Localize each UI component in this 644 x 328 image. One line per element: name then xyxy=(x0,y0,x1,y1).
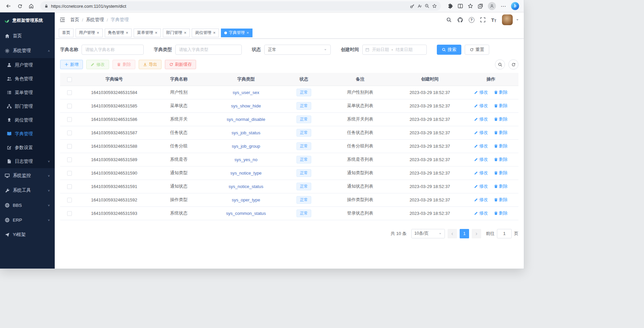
row-checkbox[interactable] xyxy=(67,184,72,189)
table-row[interactable]: 1641030593246531587 任务状态 sys_job_status … xyxy=(60,126,518,139)
bing-chat-button[interactable]: b xyxy=(511,2,519,10)
search-button[interactable]: 搜索 xyxy=(437,45,461,55)
row-checkbox[interactable] xyxy=(67,131,72,135)
table-row[interactable]: 1641030593246531591 通知状态 sys_notice_stat… xyxy=(60,180,518,193)
row-edit-button[interactable]: 修改 xyxy=(474,156,488,162)
dict-type-input[interactable] xyxy=(175,45,242,55)
add-favorite-button[interactable] xyxy=(432,4,437,8)
table-row[interactable]: 1641030593246531586 系统开关 sys_normal_disa… xyxy=(60,112,518,126)
table-row[interactable]: 1641030593246531590 通知类型 sys_notice_type… xyxy=(60,166,518,180)
next-page-button[interactable]: › xyxy=(472,229,481,238)
site-security-icon[interactable] xyxy=(44,4,48,8)
view-tab[interactable]: 岗位管理 × xyxy=(192,29,219,37)
tab-close-icon[interactable]: × xyxy=(155,31,157,35)
password-key-button[interactable] xyxy=(410,4,415,8)
row-checkbox[interactable] xyxy=(67,104,72,108)
row-edit-button[interactable]: 修改 xyxy=(474,116,488,122)
end-date-input[interactable] xyxy=(394,47,414,52)
back-button[interactable] xyxy=(3,1,13,11)
sidebar-item[interactable]: 系统工具 ∨ xyxy=(0,183,55,198)
address-bar[interactable]: https://ccnetcore.com:1101/system/dict xyxy=(40,1,441,11)
start-date-input[interactable] xyxy=(371,47,390,52)
select-all-checkbox[interactable] xyxy=(67,77,72,82)
refresh-cache-button[interactable]: 刷新缓存 xyxy=(165,60,196,69)
help-button[interactable]: ? xyxy=(469,17,474,23)
table-row[interactable]: 1641030593246531592 操作类型 sys_oper_type 正… xyxy=(60,193,518,206)
row-delete-button[interactable]: 删除 xyxy=(494,143,508,149)
row-delete-button[interactable]: 删除 xyxy=(494,197,508,203)
edit-button[interactable]: 修改 xyxy=(86,60,109,69)
row-edit-button[interactable]: 修改 xyxy=(474,197,488,203)
refresh-table-button[interactable] xyxy=(508,59,518,69)
row-checkbox[interactable] xyxy=(67,90,72,95)
sidebar-item[interactable]: ERP ∨ xyxy=(0,213,55,227)
tab-close-icon[interactable]: × xyxy=(184,31,187,35)
toggle-search-button[interactable] xyxy=(495,59,505,69)
app-logo[interactable]: 意框架管理系统 xyxy=(0,12,55,29)
sidebar-item[interactable]: 菜单管理 xyxy=(0,86,55,99)
breadcrumb-item[interactable]: 字典管理 xyxy=(111,17,129,23)
header-search-button[interactable] xyxy=(446,17,452,22)
table-row[interactable]: 1641030593246531584 用户性别 sys_user_sex 正常… xyxy=(60,86,518,99)
reset-button[interactable]: 重置 xyxy=(465,45,489,55)
sidebar-item[interactable]: BBS ∨ xyxy=(0,198,55,213)
dict-type-link[interactable]: sys_common_status xyxy=(226,211,266,216)
export-button[interactable]: 导出 xyxy=(139,60,162,69)
row-edit-button[interactable]: 修改 xyxy=(474,103,488,109)
tab-close-icon[interactable]: × xyxy=(213,31,216,35)
goto-page-input[interactable] xyxy=(497,229,512,238)
dict-type-link[interactable]: sys_normal_disable xyxy=(227,117,265,122)
font-size-button[interactable]: TT xyxy=(491,17,496,23)
github-link[interactable] xyxy=(457,17,463,23)
tab-close-icon[interactable]: × xyxy=(126,31,129,35)
sidebar-item[interactable]: 用户管理 xyxy=(0,58,55,72)
row-checkbox[interactable] xyxy=(67,117,72,122)
sidebar-item[interactable]: Yi框架 xyxy=(0,227,55,242)
current-page-button[interactable]: 1 xyxy=(460,229,469,238)
breadcrumb-item[interactable]: 首页 xyxy=(70,17,79,23)
dict-name-input[interactable] xyxy=(82,45,144,55)
browser-profile-button[interactable] xyxy=(488,2,496,10)
split-screen-button[interactable] xyxy=(458,3,463,9)
table-row[interactable]: 1641030593246531588 任务分组 sys_job_group 正… xyxy=(60,139,518,153)
table-row[interactable]: 1641030593246531585 菜单状态 sys_show_hide 正… xyxy=(60,99,518,112)
row-checkbox[interactable] xyxy=(67,157,72,162)
user-avatar[interactable] xyxy=(502,14,513,25)
table-row[interactable]: 1641030593246531589 系统是否 sys_yes_no 正常 系… xyxy=(60,153,518,166)
view-tab[interactable]: 角色管理 × xyxy=(105,29,132,37)
fullscreen-button[interactable] xyxy=(480,17,486,22)
tab-close-icon[interactable]: × xyxy=(246,31,249,35)
row-delete-button[interactable]: 删除 xyxy=(494,130,508,136)
row-edit-button[interactable]: 修改 xyxy=(474,89,488,95)
dict-type-link[interactable]: sys_job_group xyxy=(232,144,260,149)
sidebar-item[interactable]: 参数设置 xyxy=(0,141,55,154)
breadcrumb-item[interactable]: 系统管理 xyxy=(86,17,104,23)
page-size-select[interactable]: 10条/页 xyxy=(411,229,445,238)
view-tab[interactable]: 菜单管理 × xyxy=(134,29,161,37)
row-edit-button[interactable]: 修改 xyxy=(474,143,488,149)
row-checkbox[interactable] xyxy=(67,211,72,216)
status-select[interactable]: 正常 xyxy=(264,45,331,55)
row-edit-button[interactable]: 修改 xyxy=(474,130,488,136)
sidebar-item[interactable]: 岗位管理 xyxy=(0,113,55,127)
row-delete-button[interactable]: 删除 xyxy=(494,156,508,162)
dict-type-link[interactable]: sys_user_sex xyxy=(233,90,259,95)
table-row[interactable]: 1641030593246531593 系统状态 sys_common_stat… xyxy=(60,206,518,220)
dict-type-link[interactable]: sys_job_status xyxy=(232,130,261,135)
row-delete-button[interactable]: 删除 xyxy=(494,116,508,122)
browser-menu-button[interactable]: ⋯ xyxy=(501,3,506,9)
view-tab[interactable]: 用户管理 × xyxy=(76,29,103,37)
view-tab[interactable]: 部门管理 × xyxy=(163,29,190,37)
row-delete-button[interactable]: 删除 xyxy=(494,170,508,176)
extensions-button[interactable] xyxy=(448,3,453,9)
row-edit-button[interactable]: 修改 xyxy=(474,183,488,189)
row-edit-button[interactable]: 修改 xyxy=(474,210,488,216)
sidebar-item[interactable]: 首页 xyxy=(0,29,55,43)
sidebar-item[interactable]: 日志管理 ∨ xyxy=(0,154,55,168)
row-delete-button[interactable]: 删除 xyxy=(494,183,508,189)
read-aloud-button[interactable] xyxy=(417,4,422,8)
browser-home-button[interactable] xyxy=(26,1,36,11)
sidebar-collapse-button[interactable] xyxy=(59,17,65,23)
row-delete-button[interactable]: 删除 xyxy=(494,210,508,216)
prev-page-button[interactable]: ‹ xyxy=(448,229,457,238)
